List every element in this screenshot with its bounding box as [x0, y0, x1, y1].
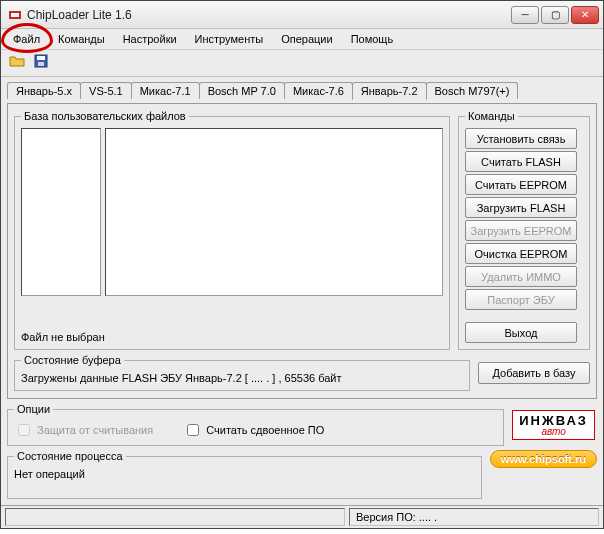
svg-rect-1: [11, 13, 19, 17]
cmd-erase-eeprom[interactable]: Очистка EEPROM: [465, 243, 577, 264]
opt-read-protect: Защита от считывания: [14, 421, 153, 439]
save-icon: [33, 53, 49, 71]
menu-file[interactable]: Файл: [5, 31, 48, 47]
tab-mikas71[interactable]: Микас-7.1: [131, 82, 200, 99]
titlebar: ChipLoader Lite 1.6 ─ ▢ ✕: [1, 1, 603, 29]
cmd-load-eeprom: Загрузить EEPROM: [465, 220, 577, 241]
open-button[interactable]: [7, 52, 27, 72]
brand-logo-sub: авто: [541, 426, 565, 437]
commands-legend: Команды: [465, 110, 518, 122]
menubar: Файл Команды Настройки Инструменты Опера…: [1, 29, 603, 50]
tab-mikas76[interactable]: Микас-7.6: [284, 82, 353, 99]
menu-tools[interactable]: Инструменты: [187, 31, 272, 47]
tab-yanvar72[interactable]: Январь-7.2: [352, 82, 427, 100]
file-status-label: Файл не выбран: [21, 331, 443, 343]
options-row: Опции Защита от считывания Считать сдвое…: [7, 403, 597, 446]
app-icon: [7, 7, 23, 23]
add-to-db-button[interactable]: Добавить в базу: [478, 362, 590, 384]
url-block: www.chipsoft.ru: [490, 450, 597, 468]
minimize-button[interactable]: ─: [511, 6, 539, 24]
save-button[interactable]: [31, 52, 51, 72]
window-title: ChipLoader Lite 1.6: [27, 8, 507, 22]
userfiles-list-right[interactable]: [105, 128, 443, 296]
opt-read-protect-checkbox: [18, 424, 30, 436]
buffer-text: Загружены данные FLASH ЭБУ Январь-7.2 [ …: [21, 372, 463, 384]
userfiles-legend: База пользовательских файлов: [21, 110, 189, 122]
tab-boschmp70[interactable]: Bosch MP 7.0: [199, 82, 285, 99]
opt-dual-firmware[interactable]: Считать сдвоенное ПО: [183, 421, 324, 439]
buffer-group: Состояние буфера Загружены данные FLASH …: [14, 354, 470, 391]
buffer-row: Состояние буфера Загружены данные FLASH …: [14, 354, 590, 391]
userfiles-group: База пользовательских файлов Файл не выб…: [14, 110, 450, 350]
status-pane-version: Версия ПО: .... .: [349, 508, 599, 526]
opt-dual-firmware-label: Считать сдвоенное ПО: [206, 424, 324, 436]
status-pane-left: [5, 508, 345, 526]
top-area: База пользовательских файлов Файл не выб…: [14, 110, 590, 350]
options-legend: Опции: [14, 403, 53, 415]
menu-settings[interactable]: Настройки: [115, 31, 185, 47]
userfiles-list-left[interactable]: [21, 128, 101, 296]
tab-boschm797[interactable]: Bosch M797(+): [426, 82, 519, 99]
website-link[interactable]: www.chipsoft.ru: [490, 450, 597, 468]
cmd-read-eeprom[interactable]: Считать EEPROM: [465, 174, 577, 195]
svg-rect-3: [37, 56, 45, 60]
cmd-connect[interactable]: Установить связь: [465, 128, 577, 149]
client-area: Январь-5.x VS-5.1 Микас-7.1 Bosch MP 7.0…: [1, 77, 603, 505]
statusbar: Версия ПО: .... .: [1, 505, 603, 528]
svg-rect-4: [38, 62, 44, 66]
maximize-button[interactable]: ▢: [541, 6, 569, 24]
main-window: ChipLoader Lite 1.6 ─ ▢ ✕ Файл Команды Н…: [0, 0, 604, 529]
cmd-exit[interactable]: Выход: [465, 322, 577, 343]
tab-yanvar5x[interactable]: Январь-5.x: [7, 82, 81, 99]
commands-group: Команды Установить связь Считать FLASH С…: [458, 110, 590, 350]
process-group: Состояние процесса Нет операций: [7, 450, 482, 499]
ecu-tabs: Январь-5.x VS-5.1 Микас-7.1 Bosch MP 7.0…: [7, 81, 597, 99]
window-controls: ─ ▢ ✕: [511, 6, 599, 24]
opt-dual-firmware-checkbox[interactable]: [187, 424, 199, 436]
options-group: Опции Защита от считывания Считать сдвое…: [7, 403, 504, 446]
buffer-legend: Состояние буфера: [21, 354, 124, 366]
cmd-remove-immo: Удалить ИММО: [465, 266, 577, 287]
menu-operations[interactable]: Операции: [273, 31, 340, 47]
tab-panel: База пользовательских файлов Файл не выб…: [7, 103, 597, 399]
tab-vs51[interactable]: VS-5.1: [80, 82, 132, 99]
brand-logo: ИНЖВАЗ авто: [512, 410, 595, 440]
cmd-read-flash[interactable]: Считать FLASH: [465, 151, 577, 172]
toolbar: [1, 50, 603, 77]
close-button[interactable]: ✕: [571, 6, 599, 24]
process-row: Состояние процесса Нет операций www.chip…: [7, 450, 597, 499]
cmd-load-flash[interactable]: Загрузить FLASH: [465, 197, 577, 218]
folder-open-icon: [9, 53, 25, 71]
process-text: Нет операций: [14, 468, 475, 480]
menu-help[interactable]: Помощь: [343, 31, 402, 47]
opt-read-protect-label: Защита от считывания: [37, 424, 153, 436]
process-legend: Состояние процесса: [14, 450, 126, 462]
menu-commands[interactable]: Команды: [50, 31, 113, 47]
cmd-ecu-passport: Паспорт ЭБУ: [465, 289, 577, 310]
